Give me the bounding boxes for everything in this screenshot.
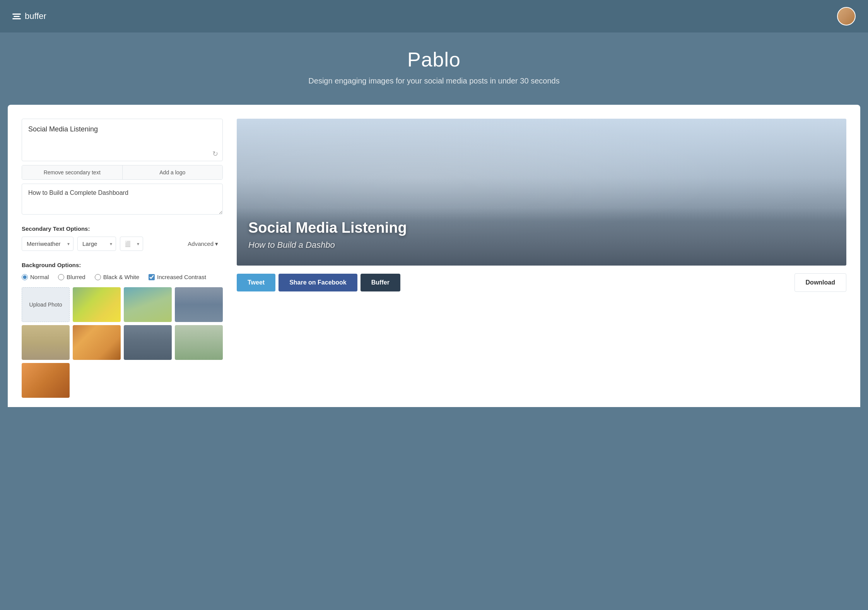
preview-subtitle: How to Build a Dashbo [248,240,835,250]
left-panel: Social Media Listening ↻ Remove secondar… [22,119,223,407]
tagline: Design engaging images for your social m… [8,77,860,85]
photo-thumbnail-3[interactable] [175,287,223,322]
main-text-area: Social Media Listening ↻ [22,119,223,163]
secondary-options-label: Secondary Text Options: [22,225,223,232]
radio-normal-label: Normal [30,274,49,280]
preview-image: Social Media Listening How to Build a Da… [237,119,846,266]
advanced-label: Advanced [188,240,214,247]
radio-normal[interactable]: Normal [22,274,49,280]
contrast-label: Increased Contrast [157,274,206,280]
photo-thumbnail-5[interactable] [73,325,121,360]
photo-thumbnail-1[interactable] [73,287,121,322]
background-options-label: Background Options: [22,262,223,268]
facebook-button[interactable]: Share on Facebook [279,274,357,291]
radio-bw-label: Black & White [103,274,139,280]
color-select[interactable]: ⬜ ⬛ [120,237,143,251]
action-bar: Tweet Share on Facebook Buffer Download [237,273,846,292]
upload-photo-button[interactable]: Upload Photo [22,287,70,322]
toggle-bar: Remove secondary text Add a logo [22,165,223,180]
font-select-wrapper: Merriweather Georgia Arial [22,237,73,251]
radio-blurred-label: Blurred [67,274,85,280]
tweet-button[interactable]: Tweet [237,274,275,291]
size-select[interactable]: Large Medium Small [77,237,116,251]
main-text-input[interactable]: Social Media Listening [22,119,223,161]
buffer-button[interactable]: Buffer [361,274,400,291]
logo[interactable]: buffer [12,11,46,21]
right-panel: Social Media Listening How to Build a Da… [237,119,846,407]
background-radio-group: Normal Blurred Black & White Increased C… [22,274,223,280]
photo-thumbnail-4[interactable] [22,325,70,360]
photo-thumbnail-7[interactable] [175,325,223,360]
preview-overlay: Social Media Listening How to Build a Da… [237,208,846,266]
download-button[interactable]: Download [795,273,846,292]
hero-section: Pablo Design engaging images for your so… [0,32,868,105]
main-card: Social Media Listening ↻ Remove secondar… [8,105,860,407]
photo-grid: Upload Photo [22,287,223,398]
buffer-logo-icon [12,14,21,19]
photo-thumbnail-8[interactable] [22,363,70,398]
font-select[interactable]: Merriweather Georgia Arial [22,237,73,251]
preview-title: Social Media Listening [248,219,835,237]
upload-label: Upload Photo [29,302,62,308]
radio-bw[interactable]: Black & White [95,274,139,280]
advanced-button[interactable]: Advanced ▾ [183,237,223,251]
refresh-icon[interactable]: ↻ [212,150,218,158]
logo-text: buffer [25,11,46,21]
contrast-checkbox[interactable]: Increased Contrast [149,274,206,280]
app-name: Pablo [8,48,860,71]
chevron-down-icon: ▾ [215,240,218,247]
size-select-wrapper: Large Medium Small [77,237,116,251]
photo-thumbnail-6[interactable] [124,325,172,360]
secondary-text-input[interactable]: How to Build a Complete Dashboard [22,184,223,215]
toggle-add-logo[interactable]: Add a logo [123,165,223,179]
color-select-wrapper: ⬜ ⬛ [120,237,143,251]
photo-thumbnail-2[interactable] [124,287,172,322]
toggle-remove-secondary[interactable]: Remove secondary text [22,165,123,179]
radio-blurred[interactable]: Blurred [58,274,85,280]
user-avatar[interactable] [837,7,856,26]
options-row: Merriweather Georgia Arial Large Medium … [22,237,223,251]
app-header: buffer [0,0,868,32]
